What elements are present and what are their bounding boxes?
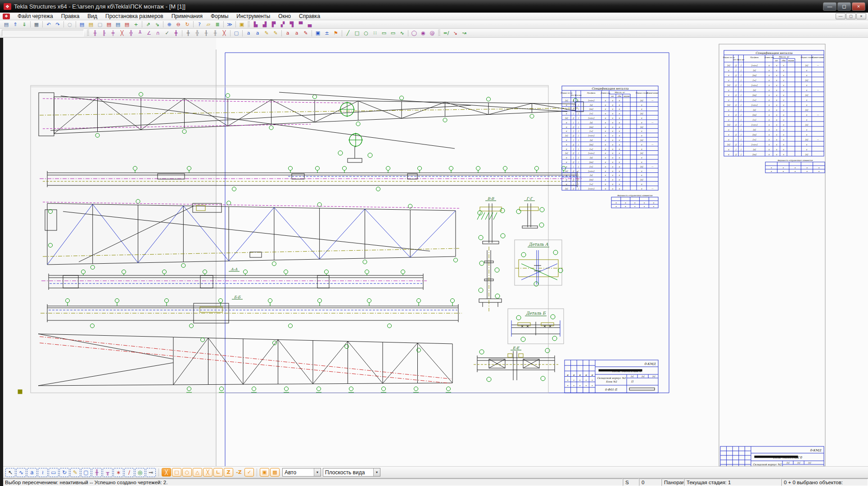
revision-mark-icon[interactable]: ◉ xyxy=(419,29,428,37)
draw-polyline-icon[interactable]: ▭ xyxy=(389,29,398,37)
snap-minus-z-icon[interactable]: -Z xyxy=(234,468,244,477)
drawing-update-icon[interactable]: ▤ xyxy=(122,21,131,28)
symbol-tool-icon[interactable]: ▣ xyxy=(313,29,322,37)
draw-points-icon[interactable]: ∷ xyxy=(371,29,380,37)
zoom-out-icon[interactable]: ⊖ xyxy=(174,21,183,28)
flag-tool-icon[interactable]: ⚑ xyxy=(331,29,340,37)
undo-icon[interactable]: ↶ xyxy=(44,21,53,28)
select-filter-icon[interactable]: ◌ xyxy=(65,21,74,28)
align-top-icon[interactable]: ▀ xyxy=(296,21,305,28)
snap-any-icon[interactable]: ∗ xyxy=(113,468,123,477)
sketch-paint-icon[interactable]: ✎ xyxy=(70,468,80,477)
measure-angle-icon[interactable]: ↘ xyxy=(451,29,460,37)
dim-arc-icon[interactable]: ∩ xyxy=(154,29,163,37)
open-folder-icon[interactable]: ▱ xyxy=(204,21,213,28)
mdi-restore-button[interactable]: ◻ xyxy=(846,13,856,19)
export-drawing-icon[interactable]: ⇗ xyxy=(144,21,153,28)
sketch-rect-icon[interactable]: ▭ xyxy=(49,468,59,477)
menu-item-7[interactable]: Окно xyxy=(274,13,295,20)
drawing-select-icon[interactable]: ▤ xyxy=(113,21,122,28)
snap-handles-icon[interactable]: ▩ xyxy=(270,468,280,477)
dim-parallel-icon[interactable]: ╪ xyxy=(108,29,118,37)
text-leader-2-icon[interactable]: ✎ xyxy=(271,29,280,37)
new-drawing-icon[interactable]: ▤ xyxy=(2,21,11,28)
toolbar-handle[interactable] xyxy=(248,21,250,28)
sketch-rotate-icon[interactable]: ↻ xyxy=(59,468,69,477)
menu-item-4[interactable]: Примечания xyxy=(167,13,207,20)
snap-intersection-icon[interactable]: ╳ xyxy=(162,468,171,477)
grid-dim-3-icon[interactable]: ╂ xyxy=(202,29,211,37)
menu-item-5[interactable]: Формы xyxy=(207,13,232,20)
draw-circle-icon[interactable]: ○ xyxy=(362,29,371,37)
view-plane-combo[interactable]: Плоскость вида▼ xyxy=(323,468,380,477)
grid-dim-1-icon[interactable]: ╋ xyxy=(184,29,193,37)
dim-angle-icon[interactable]: ∠ xyxy=(145,29,154,37)
snap-cross-icon[interactable]: ╳ xyxy=(203,468,212,477)
draw-spline-icon[interactable]: ∿ xyxy=(398,29,407,37)
drawing-list-icon[interactable]: ▤ xyxy=(77,21,86,28)
grid-dim-delete-icon[interactable]: ╳ xyxy=(220,29,229,37)
menu-item-2[interactable]: Вид xyxy=(83,13,101,20)
measure-distance-icon[interactable]: =/ xyxy=(442,29,451,37)
mark-leader-icon[interactable]: ✎ xyxy=(301,29,310,37)
print-icon[interactable]: ▦ xyxy=(32,21,41,28)
dim-quick-icon[interactable]: ╫ xyxy=(92,468,102,477)
dim-vertical-icon[interactable]: ╨ xyxy=(136,29,145,37)
redo-icon[interactable]: ↷ xyxy=(53,21,62,28)
toolbar-handle[interactable] xyxy=(87,30,89,36)
minimize-button[interactable]: — xyxy=(823,2,836,11)
select-pointer-icon[interactable]: ↖ xyxy=(5,468,15,477)
draw-rectangle-icon[interactable]: □ xyxy=(353,29,362,37)
text-leader-icon[interactable]: ✎ xyxy=(262,29,271,37)
dim-delete-icon[interactable]: ╳ xyxy=(118,29,127,37)
dim-free-icon[interactable]: ╬ xyxy=(127,29,136,37)
menu-item-8[interactable]: Справка xyxy=(295,13,324,20)
screenshot-icon[interactable]: ▣ xyxy=(237,21,246,28)
chevron-down-icon[interactable]: ▼ xyxy=(373,468,380,476)
zoom-in-icon[interactable]: ⊕ xyxy=(165,21,174,28)
snap-ortho-icon[interactable]: ▣ xyxy=(260,468,269,477)
sketch-curve-icon[interactable]: ≀ xyxy=(38,468,48,477)
close-button[interactable]: × xyxy=(852,2,865,11)
mdi-close-button[interactable]: × xyxy=(856,13,866,19)
chevron-down-icon[interactable]: ▼ xyxy=(314,468,321,476)
snap-z-icon[interactable]: Z xyxy=(224,468,233,477)
dim-orthogonal-icon[interactable]: ╫ xyxy=(90,29,99,37)
snap-corner-icon[interactable]: ∟ xyxy=(213,468,223,477)
fast-forward-icon[interactable]: ≫ xyxy=(225,21,234,28)
drawing-link-icon[interactable]: ▤ xyxy=(104,21,113,28)
align-center-vertical-icon[interactable]: ▟ xyxy=(260,21,269,28)
menu-item-3[interactable]: Простановка размеров xyxy=(101,13,167,20)
align-right-edge-icon[interactable]: ▜ xyxy=(287,21,296,28)
drawing-create-icon[interactable]: + xyxy=(131,21,140,28)
report-icon[interactable]: ≣ xyxy=(213,21,222,28)
sketch-line-icon[interactable]: ∿ xyxy=(16,468,26,477)
dim-check-icon[interactable]: ✓ xyxy=(163,29,172,37)
mark-frame-icon[interactable]: a xyxy=(292,29,301,37)
snap-confirm-icon[interactable]: ✓ xyxy=(244,468,254,477)
draw-line-icon[interactable]: ╱ xyxy=(344,29,353,37)
snap-midpoint-icon[interactable]: △ xyxy=(193,468,202,477)
grid-dim-4-icon[interactable]: ╫ xyxy=(211,29,220,37)
sketch-window-icon[interactable]: ▢ xyxy=(81,468,91,477)
import-drawing-icon[interactable]: ⇘ xyxy=(153,21,162,28)
dim-quick-2-icon[interactable]: ╥ xyxy=(103,468,113,477)
draw-polygon-icon[interactable]: ▭ xyxy=(380,29,389,37)
snap-center-icon[interactable]: ◎ xyxy=(135,468,145,477)
snap-line-icon[interactable]: ∕ xyxy=(124,468,134,477)
revision-cloud-icon[interactable]: ◯ xyxy=(410,29,419,37)
save-drawing-icon[interactable]: ⇓ xyxy=(20,21,29,28)
sketch-text-icon[interactable]: a xyxy=(27,468,37,477)
snap-circle-icon[interactable]: ○ xyxy=(182,468,192,477)
mark-tool-icon[interactable]: a xyxy=(283,29,292,37)
toolbar-handle[interactable] xyxy=(438,30,440,36)
align-bottom-icon[interactable]: ▄ xyxy=(305,21,314,28)
align-left-icon[interactable]: ▙ xyxy=(251,21,260,28)
menu-item-1[interactable]: Правка xyxy=(57,13,84,20)
maximize-button[interactable]: ◻ xyxy=(837,2,851,11)
align-left-edge-icon[interactable]: ▛ xyxy=(269,21,278,28)
snap-endpoint-icon[interactable]: □ xyxy=(172,468,181,477)
dim-perpendicular-icon[interactable]: ╟ xyxy=(99,29,108,37)
drawing-blank-icon[interactable]: ▢ xyxy=(95,21,104,28)
menu-item-6[interactable]: Инструменты xyxy=(232,13,274,20)
